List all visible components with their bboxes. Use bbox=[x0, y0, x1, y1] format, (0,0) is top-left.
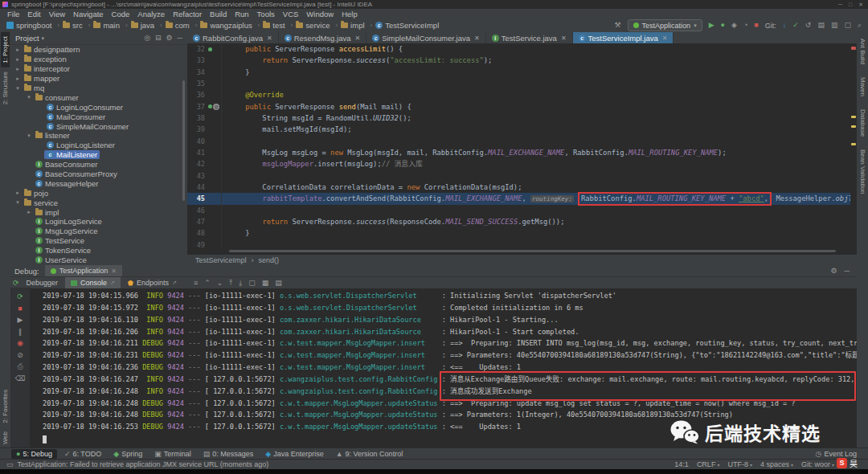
expand-icon[interactable]: ▸ bbox=[14, 47, 22, 53]
settings-icon[interactable]: ⚙ bbox=[166, 35, 173, 42]
project-panel-header[interactable]: Project ▾ ◎⊟⚙─ bbox=[10, 32, 187, 45]
breadcrumb-item[interactable]: impl› bbox=[341, 21, 372, 30]
find-icon[interactable]: ⌕ bbox=[858, 22, 862, 29]
editor-tab[interactable]: cTestServiceImpl.java✕ bbox=[573, 32, 674, 43]
expand-icon[interactable]: ▸ bbox=[14, 66, 22, 72]
menu-window[interactable]: Window bbox=[302, 10, 338, 18]
profiler-icon[interactable]: ◔ bbox=[743, 22, 747, 29]
menu-run[interactable]: Run bbox=[231, 10, 252, 18]
tree-item[interactable]: iTestService bbox=[10, 236, 187, 246]
rollback-icon[interactable]: ▤ bbox=[817, 22, 825, 29]
stop-icon[interactable]: ■ bbox=[18, 305, 22, 313]
rerun-icon[interactable]: ⟳ bbox=[13, 280, 19, 287]
terminal-icon[interactable]: ▣ bbox=[154, 451, 162, 458]
scroll-top-icon[interactable]: ⤒ bbox=[229, 280, 232, 287]
breadcrumb-item[interactable]: java› bbox=[131, 21, 162, 30]
tree-item[interactable]: ▾service bbox=[10, 198, 187, 207]
tool-window-button-6-todo[interactable]: ✓6: TODO bbox=[59, 449, 106, 459]
menu-tools[interactable]: Tools bbox=[253, 10, 279, 18]
git-commit-icon[interactable]: ✓ bbox=[792, 22, 799, 29]
run-config-selector[interactable]: TestApplication▾ bbox=[628, 19, 702, 31]
stop-icon[interactable]: ■ bbox=[754, 22, 758, 29]
pause-icon[interactable]: ∥ bbox=[18, 329, 23, 336]
tree-scrollbar[interactable] bbox=[182, 80, 185, 201]
tree-item[interactable]: iLoginLogService bbox=[10, 217, 187, 227]
print-icon[interactable]: ⎙ bbox=[17, 363, 23, 370]
close-icon[interactable]: ✕ bbox=[474, 35, 480, 42]
menu-edit[interactable]: Edit bbox=[23, 10, 44, 18]
debug-icon[interactable]: ● bbox=[721, 22, 725, 29]
status-widget-4-spaces[interactable]: 4 spaces▾ bbox=[760, 460, 793, 468]
expand-icon[interactable]: ▾ bbox=[25, 94, 33, 100]
close-icon[interactable]: ✕ bbox=[662, 35, 668, 42]
breadcrumb-item[interactable]: wangzaiplus› bbox=[200, 21, 260, 30]
tool-button-2-favorites[interactable]: 2: Favorites bbox=[1, 386, 10, 427]
tree-item[interactable]: ▸pojo bbox=[10, 188, 187, 198]
expand-icon[interactable]: ▾ bbox=[25, 133, 33, 139]
tool-window-button-9-version-control[interactable]: ▲9: Version Control bbox=[331, 449, 407, 459]
override-marker-icon[interactable] bbox=[208, 104, 212, 108]
git-update-icon[interactable]: ↓ bbox=[783, 22, 787, 29]
tree-item[interactable]: ▸mapper bbox=[10, 74, 187, 84]
editor-tab[interactable]: cResendMsg.java✕ bbox=[279, 32, 366, 43]
breadcrumb-item[interactable]: src› bbox=[63, 21, 90, 30]
breadcrumb-item[interactable]: main› bbox=[93, 21, 127, 30]
status-widget-git-woor[interactable]: Git: woor▾ bbox=[801, 460, 834, 468]
status-widget-14-1[interactable]: 14:1 bbox=[674, 460, 689, 468]
horizontal-scrollbar[interactable] bbox=[229, 250, 836, 252]
tool-window-button-terminal[interactable]: ▣Terminal bbox=[149, 449, 196, 459]
close-icon[interactable]: ✕ bbox=[858, 2, 863, 8]
gear-icon[interactable]: ⚙ bbox=[831, 267, 837, 275]
tool-button-maven[interactable]: Maven bbox=[859, 77, 866, 96]
status-message[interactable]: TestApplication: Failed to retrieve appl… bbox=[18, 460, 269, 468]
expand-icon[interactable]: ▾ bbox=[14, 199, 22, 206]
tool-window-button-5-debug[interactable]: ●5: Debug bbox=[11, 449, 57, 459]
editor-tab[interactable]: cSimpleMailConsumer.java✕ bbox=[366, 32, 486, 43]
expand-icon[interactable]: ▸ bbox=[14, 76, 22, 82]
scroll-up-icon[interactable]: ⌃ bbox=[204, 280, 211, 287]
spring-icon[interactable]: ◆ bbox=[113, 451, 119, 458]
soft-wrap-icon[interactable]: ≡ bbox=[194, 280, 198, 287]
tree-item[interactable]: cMessageHelper bbox=[10, 178, 187, 188]
breadcrumb-item[interactable]: service› bbox=[296, 21, 338, 30]
menu-code[interactable]: Code bbox=[108, 10, 134, 18]
restore-layout-icon[interactable]: ▢ bbox=[844, 22, 851, 29]
restore-layout-icon[interactable]: ▢ bbox=[248, 280, 256, 287]
locate-icon[interactable]: ◎ bbox=[144, 35, 150, 42]
tool-button-web[interactable]: Web bbox=[1, 427, 10, 448]
menu-navigate[interactable]: Navigate bbox=[69, 10, 108, 18]
vcs-icon[interactable]: ▲ bbox=[336, 451, 343, 458]
tree-item[interactable]: ▸exception bbox=[10, 55, 187, 64]
tree-item[interactable]: iMsgLogService bbox=[10, 227, 187, 236]
code-editor[interactable]: 32 public ServerResponse accessLimit() {… bbox=[187, 43, 850, 248]
tool-window-button-0-messages[interactable]: ▤0: Messages bbox=[199, 449, 259, 459]
tool-button-1-project[interactable]: 1: Project bbox=[1, 32, 10, 67]
menu-refactor[interactable]: Refactor bbox=[169, 10, 206, 18]
expand-icon[interactable]: ▾ bbox=[14, 85, 22, 92]
tree-item[interactable]: iUserService bbox=[10, 255, 187, 265]
tree-item[interactable]: ▸impl bbox=[10, 207, 187, 217]
todo-icon[interactable]: ✓ bbox=[64, 451, 71, 458]
view-breakpoints-icon[interactable]: ◉ bbox=[17, 340, 23, 347]
history-icon[interactable]: ↺ bbox=[805, 22, 812, 29]
tree-item[interactable]: cLoginLogConsumer bbox=[10, 102, 187, 112]
breadcrumb-item[interactable]: springboot› bbox=[6, 21, 59, 30]
tree-item[interactable]: iTokenService bbox=[10, 246, 187, 255]
breadcrumb-item[interactable]: TestServiceImpl bbox=[195, 256, 247, 264]
minimize-icon[interactable]: ─ bbox=[838, 2, 842, 8]
resume-icon[interactable]: ▶ bbox=[18, 317, 23, 324]
clear-all-icon[interactable]: ⌫ bbox=[15, 375, 26, 382]
close-icon[interactable]: ✕ bbox=[561, 35, 567, 42]
menu-analyze[interactable]: Analyze bbox=[133, 10, 169, 18]
tool-window-button-java-enterprise[interactable]: ◆Java Enterprise bbox=[260, 449, 328, 459]
breadcrumb-item[interactable]: test› bbox=[263, 21, 293, 30]
scroll-bottom-icon[interactable]: ⤓ bbox=[239, 280, 242, 287]
tree-item[interactable]: cLoginLogListener bbox=[10, 141, 187, 150]
tree-item[interactable]: ▾consumer bbox=[10, 92, 187, 102]
status-widget-crlf[interactable]: CRLF▾ bbox=[697, 460, 720, 468]
hide-panel-icon[interactable]: ─ bbox=[845, 267, 850, 275]
debug-tab-endpoints[interactable]: Endpoints↗ bbox=[122, 277, 182, 288]
maximize-icon[interactable]: □ bbox=[849, 2, 852, 8]
grid-icon[interactable]: ▦ bbox=[262, 280, 269, 287]
tree-item[interactable]: cBaseConsumerProxy bbox=[10, 170, 187, 179]
